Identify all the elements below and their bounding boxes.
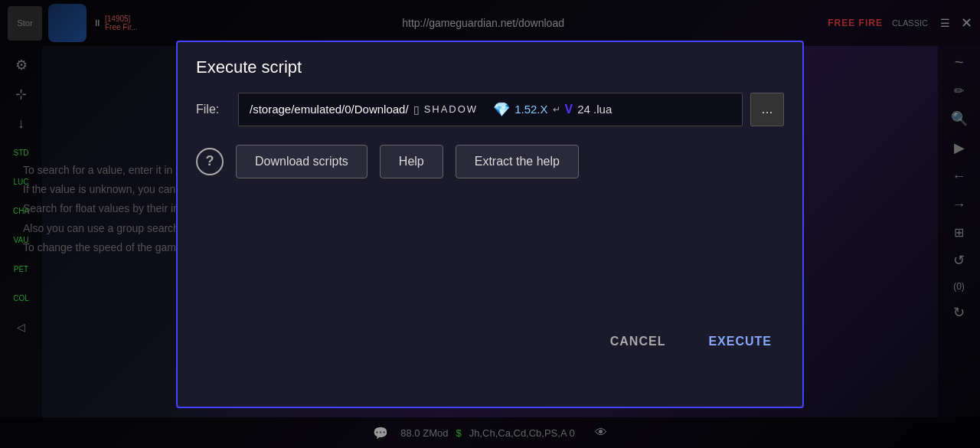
- download-scripts-button[interactable]: Download scripts: [236, 145, 368, 178]
- shadow-text: SHADOW: [424, 103, 479, 115]
- version-text: 1.52.X: [514, 103, 547, 116]
- diamond-icon: 💎: [493, 101, 510, 118]
- action-row: ? Download scripts Help Extract the help: [196, 145, 784, 178]
- file-more-button[interactable]: ...: [750, 93, 784, 126]
- extract-help-button[interactable]: Extract the help: [456, 145, 579, 178]
- cancel-button[interactable]: CANCEL: [598, 329, 678, 355]
- execute-script-dialog: Execute script File: /storage/emulated/0…: [176, 41, 804, 408]
- file-path: /storage/emulated/0/Download/: [250, 103, 409, 116]
- execute-button[interactable]: EXECUTE: [696, 329, 784, 355]
- file-label: File:: [196, 103, 230, 116]
- v-icon: V: [565, 103, 573, 116]
- dialog-content-area: [196, 194, 784, 286]
- file-row: File: /storage/emulated/0/Download/ ▯ SH…: [196, 93, 784, 126]
- file-path-box[interactable]: /storage/emulated/0/Download/ ▯ SHADOW 💎…: [238, 93, 743, 126]
- arrow-down-icon: ↵: [553, 104, 560, 115]
- dialog-overlay: Execute script File: /storage/emulated/0…: [0, 0, 980, 448]
- version2-text: 24 .lua: [577, 103, 612, 116]
- box-icon: ▯: [413, 103, 420, 116]
- dialog-title: Execute script: [196, 57, 784, 77]
- dialog-footer: CANCEL EXECUTE: [196, 316, 784, 355]
- help-button[interactable]: Help: [380, 145, 443, 178]
- help-circle-icon[interactable]: ?: [196, 148, 224, 175]
